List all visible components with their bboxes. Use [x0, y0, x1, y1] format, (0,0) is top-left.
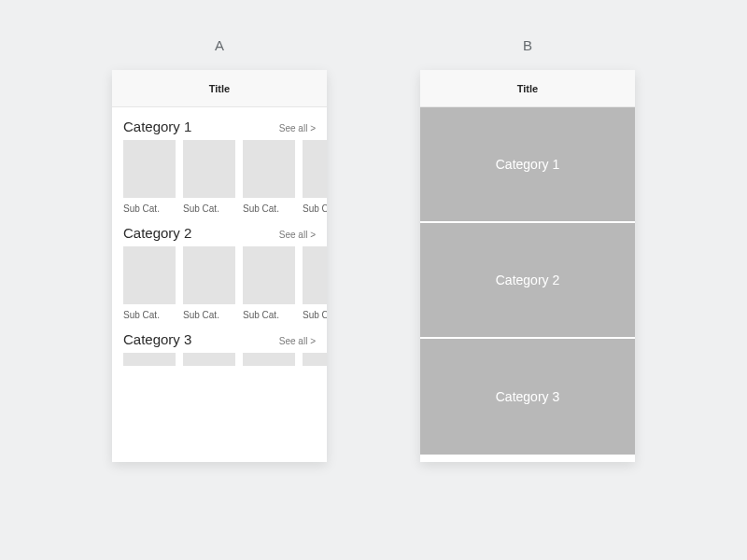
subcategory-card[interactable]: Sub Cat. — [123, 140, 176, 214]
thumbnail-placeholder — [243, 353, 295, 366]
see-all-link[interactable]: See all > — [279, 336, 316, 346]
thumbnail-placeholder — [183, 246, 235, 304]
category-tile-label: Category 1 — [496, 157, 559, 172]
category-tile-2[interactable]: Category 2 — [420, 223, 635, 339]
subcategory-card[interactable] — [123, 353, 176, 366]
thumbnail-placeholder — [123, 246, 176, 304]
subcategory-card[interactable]: Sub Cat. — [183, 246, 235, 320]
screen-a-title: Title — [112, 70, 327, 107]
section-category-3: Category 3 See all > — [112, 320, 327, 366]
see-all-link[interactable]: See all > — [279, 123, 316, 133]
thumbnail-placeholder — [303, 140, 327, 198]
variant-a-label: A — [112, 37, 327, 53]
subcategory-label: Sub Cat. — [243, 198, 295, 214]
section-title: Category 2 — [123, 225, 191, 241]
category-tile-label: Category 3 — [496, 389, 559, 404]
subcategory-card[interactable] — [183, 353, 235, 366]
section-title: Category 1 — [123, 119, 191, 134]
subcategory-card[interactable]: Sub Cat. — [243, 246, 295, 320]
variant-b-label: B — [420, 37, 635, 53]
category-tile-1[interactable]: Category 1 — [420, 107, 635, 223]
subcategory-card[interactable] — [243, 353, 295, 366]
subcategory-label: Sub Cat. — [303, 198, 327, 214]
section-title: Category 3 — [123, 331, 191, 347]
subcategory-card[interactable] — [303, 353, 327, 366]
thumbnail-placeholder — [243, 140, 295, 198]
thumbnail-placeholder — [183, 353, 235, 366]
screen-b: Title Category 1 Category 2 Category 3 — [420, 70, 635, 462]
subcategory-label: Sub Cat. — [303, 304, 327, 320]
subcategory-label: Sub Cat. — [243, 304, 295, 320]
see-all-link[interactable]: See all > — [279, 230, 316, 240]
screen-b-title: Title — [420, 70, 635, 107]
card-row[interactable] — [112, 353, 327, 366]
thumbnail-placeholder — [123, 140, 176, 198]
variant-a-column: A Title Category 1 See all > Sub Cat. Su… — [112, 37, 327, 462]
subcategory-label: Sub Cat. — [123, 198, 176, 214]
subcategory-label: Sub Cat. — [123, 304, 176, 320]
screen-a: Title Category 1 See all > Sub Cat. Sub … — [112, 70, 327, 462]
category-tile-3[interactable]: Category 3 — [420, 339, 635, 455]
subcategory-label: Sub Cat. — [183, 304, 235, 320]
variant-b-column: B Title Category 1 Category 2 Category 3 — [420, 37, 635, 462]
card-row[interactable]: Sub Cat. Sub Cat. Sub Cat. Sub Cat. — [112, 246, 327, 320]
subcategory-card[interactable]: Sub Cat. — [303, 140, 327, 214]
subcategory-card[interactable]: Sub Cat. — [303, 246, 327, 320]
thumbnail-placeholder — [303, 246, 327, 304]
thumbnail-placeholder — [243, 246, 295, 304]
card-row[interactable]: Sub Cat. Sub Cat. Sub Cat. Sub Cat. — [112, 140, 327, 214]
subcategory-label: Sub Cat. — [183, 198, 235, 214]
thumbnail-placeholder — [183, 140, 235, 198]
subcategory-card[interactable]: Sub Cat. — [123, 246, 176, 320]
category-tile-label: Category 2 — [496, 273, 559, 287]
section-category-2: Category 2 See all > Sub Cat. Sub Cat. S… — [112, 214, 327, 320]
section-category-1: Category 1 See all > Sub Cat. Sub Cat. S… — [112, 107, 327, 214]
thumbnail-placeholder — [123, 353, 176, 366]
subcategory-card[interactable]: Sub Cat. — [183, 140, 235, 214]
subcategory-card[interactable]: Sub Cat. — [243, 140, 295, 214]
thumbnail-placeholder — [303, 353, 327, 366]
